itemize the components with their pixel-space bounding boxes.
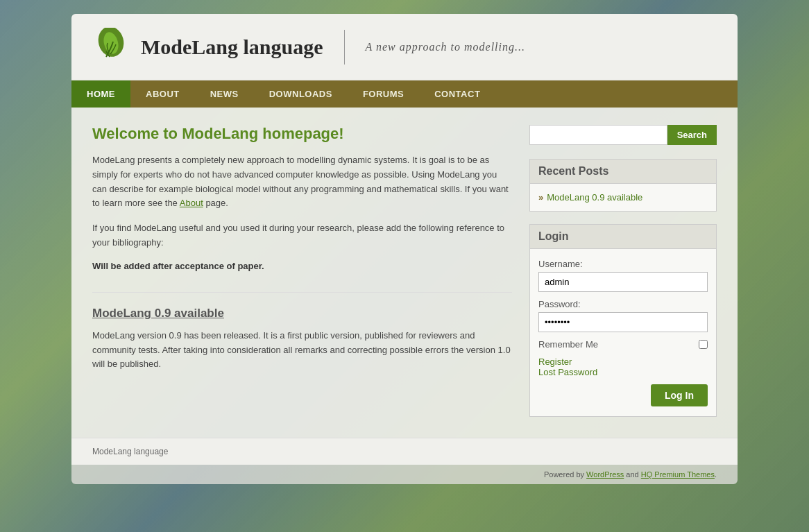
recent-post-link-1[interactable]: ModeLang 0.9 available	[538, 192, 708, 203]
nav-item-home[interactable]: HOME	[71, 80, 130, 108]
recent-posts-widget: ModeLang 0.9 available	[529, 184, 717, 212]
password-label: Password:	[538, 299, 708, 309]
intro-text-after-link: page.	[205, 198, 228, 208]
main-wrapper: ModeLang language A new approach to mode…	[71, 0, 738, 484]
post-divider	[92, 292, 512, 293]
bibliography-note: Will be added after acceptance of paper.	[92, 261, 512, 271]
site-tagline: A new approach to modelling...	[366, 41, 525, 53]
search-button[interactable]: Search	[667, 125, 717, 145]
login-links: Register Lost Password	[538, 357, 708, 377]
username-input[interactable]	[538, 272, 708, 292]
search-input[interactable]	[529, 125, 667, 145]
footer-bottom: Powered by WordPress and HQ Premium Them…	[71, 465, 738, 484]
sidebar: Search Recent Posts ModeLang 0.9 availab…	[529, 125, 717, 417]
header-divider	[344, 30, 345, 65]
logo-leaf-icon	[92, 28, 130, 66]
nav-item-contact[interactable]: CONTACT	[419, 80, 495, 108]
nav-item-downloads[interactable]: DOWNLOADS	[254, 80, 348, 108]
lost-password-link[interactable]: Lost Password	[538, 367, 708, 377]
site-navigation: HOME ABOUT NEWS DOWNLOADS FORUMS CONTACT	[71, 80, 738, 108]
username-label: Username:	[538, 259, 708, 269]
login-button-row: Log In	[538, 384, 708, 406]
register-link[interactable]: Register	[538, 357, 708, 367]
footer-site-name: ModeLang language	[92, 447, 168, 456]
remember-me-checkbox[interactable]	[699, 340, 708, 349]
content-wrapper: Welcome to ModeLang homepage! ModeLang p…	[71, 108, 738, 438]
nav-item-about[interactable]: ABOUT	[130, 80, 195, 108]
themes-link[interactable]: HQ Premium Themes	[641, 470, 715, 479]
nav-item-forums[interactable]: FORUMS	[348, 80, 419, 108]
main-content: Welcome to ModeLang homepage! ModeLang p…	[92, 125, 512, 417]
log-in-button[interactable]: Log In	[651, 384, 708, 406]
post-title[interactable]: ModeLang 0.9 available	[92, 307, 512, 320]
remember-me-row: Remember Me	[538, 339, 708, 350]
remember-me-label: Remember Me	[538, 339, 598, 350]
search-bar: Search	[529, 125, 717, 145]
powered-by-text: Powered by	[544, 470, 586, 479]
remember-me-group: Remember Me	[538, 339, 598, 350]
login-widget: Username: Password: Remember Me Register…	[529, 249, 717, 417]
site-title: ModeLang language	[141, 35, 323, 59]
post-body: ModeLang version 0.9 has been released. …	[92, 329, 512, 372]
password-input[interactable]	[538, 312, 708, 332]
nav-item-news[interactable]: NEWS	[195, 80, 254, 108]
intro-text-before-link: ModeLang presents a completely new appro…	[92, 155, 509, 208]
and-text: and	[624, 470, 640, 479]
intro-paragraph-1: ModeLang presents a completely new appro…	[92, 153, 512, 211]
about-link[interactable]: About	[180, 198, 203, 208]
site-header: ModeLang language A new approach to mode…	[71, 14, 738, 80]
recent-posts-title: Recent Posts	[529, 159, 717, 184]
page-title: Welcome to ModeLang homepage!	[92, 125, 512, 143]
site-footer: ModeLang language	[71, 438, 738, 465]
login-widget-title: Login	[529, 224, 717, 249]
wordpress-link[interactable]: WordPress	[586, 470, 624, 479]
intro-paragraph-2: If you find ModeLang useful and you used…	[92, 221, 512, 250]
site-logo: ModeLang language	[92, 28, 323, 66]
